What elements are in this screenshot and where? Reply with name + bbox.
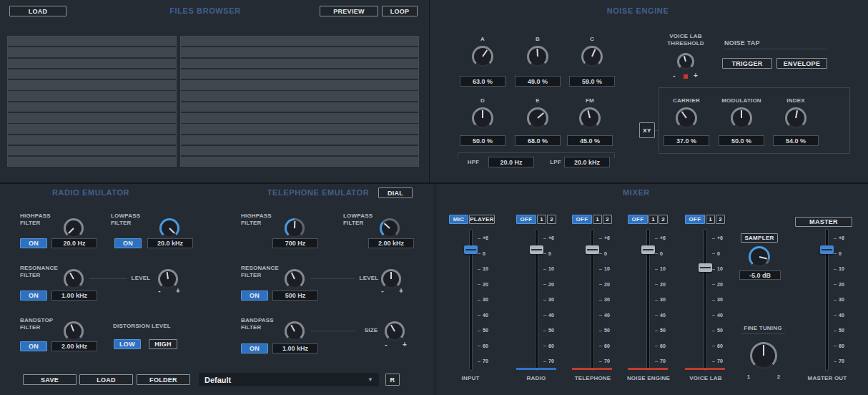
preset-folder-button[interactable]: FOLDER — [137, 374, 190, 385]
telephone-bandpass-on-button[interactable]: ON — [241, 343, 268, 353]
noise-fader-scale: +6010203040506070 — [655, 235, 666, 364]
fader-scale-mark: 50 — [712, 328, 723, 333]
carrier-knob[interactable] — [676, 107, 697, 129]
input-player-button[interactable]: PLAYER — [469, 215, 495, 224]
envelope-button[interactable]: ENVELOPE — [776, 58, 827, 69]
radio-1-button[interactable]: 1 — [537, 215, 546, 224]
noise-2-button[interactable]: 2 — [659, 215, 668, 224]
modulation-knob[interactable] — [731, 107, 752, 129]
master-fader-handle[interactable] — [820, 245, 834, 254]
radio-resonance-value[interactable]: 1.00 kHz — [51, 291, 97, 301]
telephone-level-knob[interactable] — [381, 269, 401, 289]
fader-scale-mark: 0 — [543, 251, 554, 257]
telephone-size-knob[interactable] — [385, 321, 405, 341]
file-list-right[interactable] — [180, 36, 419, 167]
knob-c-value[interactable]: 59.0 % — [569, 76, 615, 87]
modulation-label: MODULATION — [716, 97, 766, 104]
preset-save-button[interactable]: SAVE — [23, 374, 77, 385]
radio-bandstop-knob[interactable] — [64, 321, 84, 341]
knob-a[interactable] — [472, 46, 493, 67]
knob-e[interactable] — [527, 107, 548, 129]
telephone-level-label: LEVEL — [357, 275, 380, 282]
master-button[interactable]: MASTER — [795, 217, 852, 227]
radio-resonance-on-button[interactable]: ON — [20, 291, 47, 301]
radio-bandstop-on-button[interactable]: ON — [20, 341, 47, 351]
preset-load-button[interactable]: LOAD — [79, 374, 133, 385]
file-list-left[interactable] — [7, 36, 177, 167]
radio-lowpass-on-button[interactable]: ON — [114, 238, 142, 248]
knob-d[interactable] — [472, 107, 493, 129]
telephone-level-connector-line — [310, 278, 355, 279]
radio-bandstop-label: BANDSTOP FILTER — [20, 317, 59, 331]
knob-d-value[interactable]: 50.0 % — [460, 135, 505, 146]
lpf-label: LPF — [545, 159, 566, 166]
telephone-resonance-knob[interactable] — [285, 269, 305, 289]
files-load-button[interactable]: LOAD — [9, 6, 66, 16]
knob-a-value[interactable]: 63.0 % — [460, 76, 505, 87]
noise-fader-handle[interactable] — [641, 245, 655, 254]
knob-e-value[interactable]: 68.0 % — [515, 135, 561, 146]
telephone-bandpass-knob[interactable] — [285, 321, 305, 341]
trigger-button[interactable]: TRIGGER — [722, 58, 772, 69]
noise-off-button[interactable]: OFF — [628, 215, 648, 224]
dial-button[interactable]: DIAL — [378, 187, 413, 198]
telephone-lowpass-value[interactable]: 2.00 kHz — [368, 238, 414, 248]
telephone-resonance-value[interactable]: 500 Hz — [272, 291, 318, 301]
lpf-value[interactable]: 20.0 kHz — [564, 157, 610, 167]
input-fader-handle[interactable] — [464, 245, 478, 254]
voice-lab-fader-handle[interactable] — [699, 263, 712, 272]
radio-level-connector-line — [89, 278, 127, 279]
distorsion-high-button[interactable]: HIGH — [149, 339, 177, 349]
sampler-knob[interactable] — [749, 246, 770, 268]
radio-highpass-value[interactable]: 20.0 Hz — [51, 238, 97, 248]
distorsion-low-button[interactable]: LOW — [114, 339, 141, 349]
modulation-value[interactable]: 50.0 % — [719, 135, 764, 146]
telephone-highpass-knob[interactable] — [285, 218, 305, 238]
radio-fader-handle[interactable] — [530, 245, 543, 254]
fader-scale-mark: 40 — [834, 313, 844, 318]
telephone-1-button[interactable]: 1 — [593, 215, 602, 224]
radio-highpass-on-button[interactable]: ON — [20, 238, 47, 248]
carrier-value[interactable]: 37.0 % — [664, 135, 709, 146]
telephone-highpass-value[interactable]: 700 Hz — [272, 238, 318, 248]
fine-tuning-knob[interactable] — [750, 342, 777, 369]
radio-2-button[interactable]: 2 — [547, 215, 556, 224]
telephone-lowpass-knob[interactable] — [380, 218, 400, 238]
telephone-fader-handle[interactable] — [586, 245, 599, 254]
radio-bandstop-value[interactable]: 2.00 kHz — [51, 341, 97, 351]
voice-lab-off-button[interactable]: OFF — [685, 215, 705, 224]
voice-lab-fader-track[interactable] — [704, 229, 707, 371]
radio-off-button[interactable]: OFF — [516, 215, 536, 224]
knob-fm[interactable] — [579, 107, 601, 129]
telephone-lowpass-label: LOWPASS FILTER — [343, 213, 380, 227]
telephone-2-button[interactable]: 2 — [603, 215, 612, 224]
telephone-resonance-on-button[interactable]: ON — [241, 291, 268, 301]
input-mic-button[interactable]: MIC — [449, 215, 468, 224]
radio-highpass-knob[interactable] — [64, 218, 84, 238]
knob-b-value[interactable]: 49.0 % — [515, 76, 561, 87]
sampler-value[interactable]: -5.0 dB — [739, 270, 781, 280]
preset-r-button[interactable]: R — [385, 374, 400, 386]
index-value[interactable]: 54.0 % — [773, 135, 819, 146]
sampler-button[interactable]: SAMPLER — [741, 233, 778, 243]
telephone-bandpass-value[interactable]: 1.00 kHz — [272, 343, 318, 353]
voice-lab-2-button[interactable]: 2 — [716, 215, 725, 224]
knob-b[interactable] — [527, 46, 548, 67]
radio-lowpass-knob[interactable] — [159, 218, 179, 238]
radio-level-knob[interactable] — [158, 269, 178, 289]
radio-resonance-knob[interactable] — [64, 269, 84, 289]
radio-lowpass-value[interactable]: 20.0 kHz — [147, 238, 193, 248]
xy-button[interactable]: XY — [639, 122, 655, 138]
voice-lab-1-button[interactable]: 1 — [706, 215, 715, 224]
preview-button[interactable]: PREVIEW — [320, 6, 378, 16]
knob-c[interactable] — [581, 46, 603, 67]
index-knob[interactable] — [785, 107, 807, 129]
voice-lab-threshold-knob[interactable] — [677, 53, 694, 70]
radio-level-plus-label: + — [175, 288, 181, 295]
hpf-value[interactable]: 20.0 Hz — [488, 157, 534, 167]
loop-button[interactable]: LOOP — [382, 6, 418, 16]
knob-fm-value[interactable]: 45.0 % — [567, 135, 613, 146]
preset-select[interactable]: Default ▼ — [199, 373, 379, 386]
telephone-off-button[interactable]: OFF — [572, 215, 592, 224]
noise-1-button[interactable]: 1 — [648, 215, 658, 224]
